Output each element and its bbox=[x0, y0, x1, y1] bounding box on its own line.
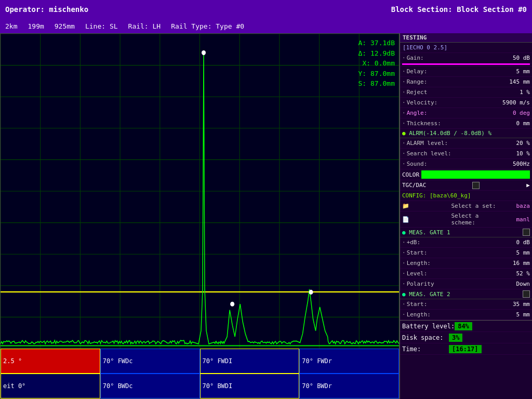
meas-gate2-icon: ● bbox=[402, 291, 406, 298]
velocity-label: Velocity: bbox=[400, 98, 498, 107]
scope-canvas[interactable]: A: 37.1dB Δ: 12.9dB X: 0.0mm Y: 87.0mm S… bbox=[1, 34, 399, 349]
rail-label: Rail: LH bbox=[128, 22, 161, 30]
gain-row[interactable]: Gain: 50 dB bbox=[400, 53, 532, 63]
Y-value: 87.0mm bbox=[370, 70, 395, 77]
meas2-length-value: 5 mm bbox=[498, 310, 532, 319]
search-level-label: Search level: bbox=[400, 149, 498, 158]
range-row[interactable]: Range: 145 mm bbox=[400, 77, 532, 87]
delay-row[interactable]: Delay: 5 mm bbox=[400, 66, 532, 77]
meas2-start-row[interactable]: Start: 35 mm bbox=[400, 299, 532, 310]
operator-label: Operator: mischenko bbox=[5, 5, 88, 14]
delay-label: Delay: bbox=[400, 67, 498, 76]
meas-gate2-header[interactable]: ● MEAS. GATE 2 bbox=[400, 289, 532, 299]
tgc-row[interactable]: TGC/DAC ▶ bbox=[400, 180, 532, 191]
thickness-value: 0 mm bbox=[498, 119, 532, 128]
distance1: 2km bbox=[5, 22, 17, 30]
status-bottom: Battery level: 84% Disk space: 3% Time: … bbox=[400, 320, 532, 355]
A-label: A: bbox=[358, 39, 367, 47]
reject-row[interactable]: Reject 1 % bbox=[400, 87, 532, 98]
disk-row: Disk space: 3% bbox=[400, 332, 532, 343]
channel-row-2: eit 0° 70° BWDc 70° BWDI 70° BWDr bbox=[1, 374, 399, 398]
file-icon: 📄 bbox=[400, 215, 449, 224]
meas1-level-value: 52 % bbox=[498, 269, 532, 278]
tgc-label: TGC/DAC bbox=[402, 182, 426, 189]
time-value: [16:17] bbox=[449, 345, 482, 353]
alarm-level-label: ALARM level: bbox=[400, 139, 498, 148]
A-value: 37.1dB bbox=[370, 39, 395, 47]
channel-1-cell-4[interactable]: 70° FWDr bbox=[299, 349, 399, 374]
meas1-level-row[interactable]: Level: 52 % bbox=[400, 269, 532, 279]
Y-label: Y: bbox=[358, 70, 367, 77]
sound-row[interactable]: Sound: 500Hz bbox=[400, 159, 532, 169]
search-level-row[interactable]: Search level: 10 % bbox=[400, 149, 532, 159]
measurement-Y: Y: 87.0mm bbox=[358, 69, 395, 79]
meas-gate1-icon: ● bbox=[402, 229, 406, 236]
color-row[interactable]: COLOR bbox=[400, 169, 532, 180]
meas-gate2-checkbox[interactable] bbox=[523, 290, 530, 298]
thickness-row[interactable]: Thickness: 0 mm bbox=[400, 118, 532, 129]
select-scheme-row[interactable]: 📄 Select a scheme: manl bbox=[400, 211, 532, 228]
meas1-db-row[interactable]: +dB: 0 dB bbox=[400, 237, 532, 248]
meas1-length-value: 16 mm bbox=[498, 259, 532, 268]
tgc-checkbox[interactable] bbox=[472, 182, 480, 189]
measurement-delta: Δ: 12.9dB bbox=[358, 48, 395, 59]
channel-rows: 2.5 ° 70° FWDc 70° FWDI 70° FWDr eit 0° … bbox=[1, 349, 399, 398]
channel-1-cell-3[interactable]: 70° FWDI bbox=[200, 349, 300, 374]
S-value: 87.0mm bbox=[370, 79, 395, 87]
meas1-length-row[interactable]: Length: 16 mm bbox=[400, 258, 532, 269]
meas1-start-row[interactable]: Start: 5 mm bbox=[400, 248, 532, 258]
alarm-level-row[interactable]: ALARM level: 20 % bbox=[400, 138, 532, 149]
angle-row[interactable]: Angle: 0 deg bbox=[400, 108, 532, 118]
select-set-label: Select a set: bbox=[449, 202, 499, 210]
select-set-value: baza bbox=[498, 202, 532, 210]
select-set-row[interactable]: 📁 Select a set: baza bbox=[400, 201, 532, 211]
delay-value: 5 mm bbox=[498, 67, 532, 76]
disk-value: 3% bbox=[449, 334, 462, 342]
delta-label: Δ: bbox=[358, 49, 367, 57]
meas1-polarity-value: Down bbox=[498, 280, 532, 288]
range-label: Range: bbox=[400, 77, 498, 86]
channel-2-cell-2[interactable]: 70° BWDc bbox=[100, 374, 200, 398]
meas1-db-value: 0 dB bbox=[498, 238, 532, 247]
velocity-row[interactable]: Velocity: 5900 m/s bbox=[400, 98, 532, 108]
reject-label: Reject bbox=[400, 88, 498, 97]
meas-gate1-header[interactable]: ● MEAS. GATE 1 bbox=[400, 228, 532, 237]
rp-title: TESTING bbox=[400, 33, 532, 43]
svg-point-26 bbox=[309, 290, 313, 295]
sound-value: 500Hz bbox=[498, 159, 532, 168]
meas1-db-label: +dB: bbox=[400, 238, 498, 247]
channel-1-cell-2[interactable]: 70° FWDc bbox=[100, 349, 200, 374]
meas1-polarity-label: Polarity bbox=[400, 280, 498, 288]
measurements-overlay: A: 37.1dB Δ: 12.9dB X: 0.0mm Y: 87.0mm S… bbox=[358, 38, 395, 89]
channel-2-cell-1[interactable]: eit 0° bbox=[1, 374, 100, 398]
X-value: 0.0mm bbox=[375, 59, 395, 67]
channel-2-cell-4[interactable]: 70° BWDr bbox=[299, 374, 399, 398]
tgc-arrow[interactable]: ▶ bbox=[526, 182, 530, 189]
channel-1-cell-1[interactable]: 2.5 ° bbox=[1, 349, 100, 374]
battery-value: 84% bbox=[455, 322, 472, 330]
channel-2-cell-3[interactable]: 70° BWDI bbox=[200, 374, 300, 398]
disk-label: Disk space: bbox=[402, 334, 449, 341]
angle-label: Angle: bbox=[400, 109, 498, 117]
meas1-start-value: 5 mm bbox=[498, 248, 532, 257]
scope-area: A: 37.1dB Δ: 12.9dB X: 0.0mm Y: 87.0mm S… bbox=[0, 33, 400, 399]
subheader: 2km 199m 925mm Line: SL Rail: LH Rail Ty… bbox=[0, 19, 532, 33]
distance3: 925mm bbox=[55, 22, 75, 30]
X-label: X: bbox=[362, 59, 370, 67]
color-label: COLOR bbox=[402, 171, 419, 178]
main-layout: A: 37.1dB Δ: 12.9dB X: 0.0mm Y: 87.0mm S… bbox=[0, 33, 532, 399]
battery-row: Battery level: 84% bbox=[400, 321, 532, 332]
alarm-icon: ● bbox=[402, 130, 406, 137]
reject-value: 1 % bbox=[498, 88, 532, 97]
meas2-length-label: Length: bbox=[400, 310, 498, 319]
meas2-length-row[interactable]: Length: 5 mm bbox=[400, 310, 532, 320]
meas1-polarity-row[interactable]: Polarity Down bbox=[400, 279, 532, 289]
velocity-value: 5900 m/s bbox=[498, 98, 532, 107]
sound-label: Sound: bbox=[400, 159, 498, 168]
search-level-value: 10 % bbox=[498, 149, 532, 158]
measurement-S: S: 87.0mm bbox=[358, 78, 395, 89]
meas-gate1-checkbox[interactable] bbox=[523, 229, 530, 236]
angle-value: 0 deg bbox=[498, 109, 532, 117]
meas2-start-label: Start: bbox=[400, 300, 498, 309]
range-value: 145 mm bbox=[498, 77, 532, 86]
